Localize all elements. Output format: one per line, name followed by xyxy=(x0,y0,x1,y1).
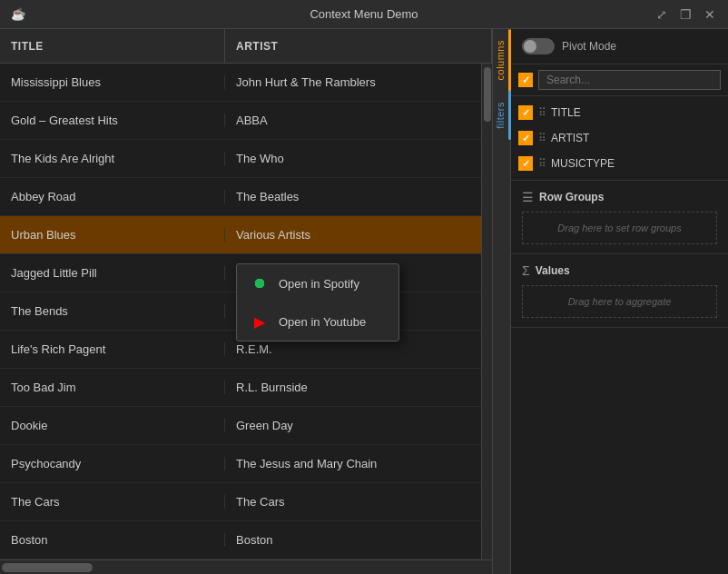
cell-artist: The Jesus and Mary Chain xyxy=(225,457,492,470)
youtube-label: Open in Youtube xyxy=(279,315,366,329)
cell-title: The Bends xyxy=(0,304,225,318)
column-list-item[interactable]: ✓⠿TITLE xyxy=(511,100,728,125)
search-input[interactable] xyxy=(538,70,721,90)
grid-panel: TITLE ARTIST Mississippi BluesJohn Hurt … xyxy=(0,29,492,574)
cell-artist: John Hurt & The Ramblers xyxy=(225,75,492,89)
context-menu: ⏺ Open in Spotify ▶ Open in Youtube xyxy=(236,263,399,341)
drag-handle-icon: ⠿ xyxy=(538,157,546,170)
right-panel: Pivot Mode ✓ ✓⠿TITLE✓⠿ARTIST✓⠿MUSICTYPE … xyxy=(510,29,728,574)
column-checkbox: ✓ xyxy=(518,156,533,171)
table-row[interactable]: The CarsThe Cars xyxy=(0,483,492,521)
pivot-label: Pivot Mode xyxy=(562,40,616,53)
search-row: ✓ xyxy=(511,64,728,96)
header-title: TITLE xyxy=(0,29,225,63)
check-icon: ✓ xyxy=(522,74,530,86)
cell-title: Life's Rich Pagent xyxy=(0,342,225,356)
titlebar: ☕ Context Menu Demo ⤢ ❐ ✕ xyxy=(0,0,728,29)
cell-title: Too Bad Jim xyxy=(0,381,225,394)
cell-title: Dookie xyxy=(0,419,225,432)
cell-artist: R.E.M. xyxy=(225,342,492,356)
tab-columns[interactable]: columns xyxy=(492,29,511,91)
restore-button[interactable]: ⤢ xyxy=(653,5,671,24)
cell-artist: ABBA xyxy=(225,114,492,127)
cell-title: The Cars xyxy=(0,495,225,509)
values-header: Σ Values xyxy=(522,263,717,278)
youtube-icon: ▶ xyxy=(250,312,270,332)
column-name: ARTIST xyxy=(551,132,589,144)
check-mark: ✓ xyxy=(522,133,530,144)
drag-handle-icon: ⠿ xyxy=(538,132,546,144)
window-title: Context Menu Demo xyxy=(310,7,418,21)
app-icon: ☕ xyxy=(9,5,27,24)
sidebar-tabs: columns filters xyxy=(492,29,510,574)
spotify-icon: ⏺ xyxy=(250,273,270,293)
header-artist: ARTIST xyxy=(225,29,492,63)
cell-title: Jagged Little Pill xyxy=(0,266,225,280)
toggle-knob xyxy=(524,40,536,53)
window-controls: ⤢ ❐ ✕ xyxy=(653,5,719,24)
table-row[interactable]: Gold – Greatest HitsABBA xyxy=(0,102,492,140)
cell-artist: The Cars xyxy=(225,495,492,509)
grid-header: TITLE ARTIST xyxy=(0,29,492,64)
check-mark: ✓ xyxy=(522,107,530,119)
vertical-scrollbar[interactable] xyxy=(481,64,492,559)
column-checkbox: ✓ xyxy=(518,105,533,120)
spotify-label: Open in Spotify xyxy=(279,277,359,291)
cell-title: Mississippi Blues xyxy=(0,75,225,89)
table-row[interactable]: BostonBoston xyxy=(0,521,492,559)
h-scrollbar-thumb xyxy=(2,563,93,572)
table-row[interactable]: Abbey RoadThe Beatles xyxy=(0,178,492,216)
row-groups-drop-zone[interactable]: Drag here to set row groups xyxy=(522,212,717,244)
maximize-button[interactable]: ❐ xyxy=(676,5,695,24)
table-row[interactable]: Too Bad JimR.L. Burnside xyxy=(0,369,492,407)
scrollbar-thumb xyxy=(484,67,491,122)
table-row[interactable]: The Kids Are AlrightThe Who xyxy=(0,140,492,178)
check-mark: ✓ xyxy=(522,158,530,170)
column-name: TITLE xyxy=(551,106,581,119)
close-button[interactable]: ✕ xyxy=(701,5,719,24)
values-section: Σ Values Drag here to aggregate xyxy=(511,254,728,328)
row-groups-section: ☰ Row Groups Drag here to set row groups xyxy=(511,181,728,254)
table-row[interactable]: PsychocandyThe Jesus and Mary Chain xyxy=(0,445,492,483)
cell-title: Urban Blues xyxy=(0,228,225,242)
column-checkbox: ✓ xyxy=(518,131,533,145)
column-list-item[interactable]: ✓⠿ARTIST xyxy=(511,125,728,151)
pivot-toggle[interactable] xyxy=(522,38,555,54)
cell-title: Gold – Greatest Hits xyxy=(0,114,225,127)
cell-artist: Boston xyxy=(225,533,492,547)
values-drop-zone[interactable]: Drag here to aggregate xyxy=(522,285,717,318)
horizontal-scrollbar[interactable] xyxy=(0,559,492,574)
values-title: Values xyxy=(536,264,570,277)
cell-artist: R.L. Burnside xyxy=(225,381,492,394)
main-layout: TITLE ARTIST Mississippi BluesJohn Hurt … xyxy=(0,29,728,574)
row-groups-title: Row Groups xyxy=(539,191,604,203)
cell-artist: The Beatles xyxy=(225,190,492,203)
cell-title: Psychocandy xyxy=(0,457,225,470)
row-groups-icon: ☰ xyxy=(522,190,534,204)
column-list: ✓⠿TITLE✓⠿ARTIST✓⠿MUSICTYPE xyxy=(511,96,728,181)
cell-artist: Green Day xyxy=(225,419,492,432)
search-checkbox[interactable]: ✓ xyxy=(518,73,533,87)
cell-title: Boston xyxy=(0,533,225,547)
values-icon: Σ xyxy=(522,263,530,278)
drag-handle-icon: ⠿ xyxy=(538,106,546,119)
column-list-item[interactable]: ✓⠿MUSICTYPE xyxy=(511,151,728,176)
youtube-menu-item[interactable]: ▶ Open in Youtube xyxy=(237,302,398,341)
cell-title: Abbey Road xyxy=(0,190,225,203)
table-row[interactable]: Mississippi BluesJohn Hurt & The Rambler… xyxy=(0,64,492,102)
column-name: MUSICTYPE xyxy=(551,157,615,170)
pivot-row: Pivot Mode xyxy=(511,29,728,64)
cell-artist: Various Artists xyxy=(225,228,492,242)
table-row[interactable]: DookieGreen Day xyxy=(0,407,492,445)
table-row[interactable]: Urban BluesVarious Artists xyxy=(0,216,492,254)
tab-filters[interactable]: filters xyxy=(492,91,511,140)
spotify-menu-item[interactable]: ⏺ Open in Spotify xyxy=(237,264,398,302)
cell-title: The Kids Are Alright xyxy=(0,152,225,165)
cell-artist: The Who xyxy=(225,152,492,165)
row-groups-header: ☰ Row Groups xyxy=(522,190,717,204)
